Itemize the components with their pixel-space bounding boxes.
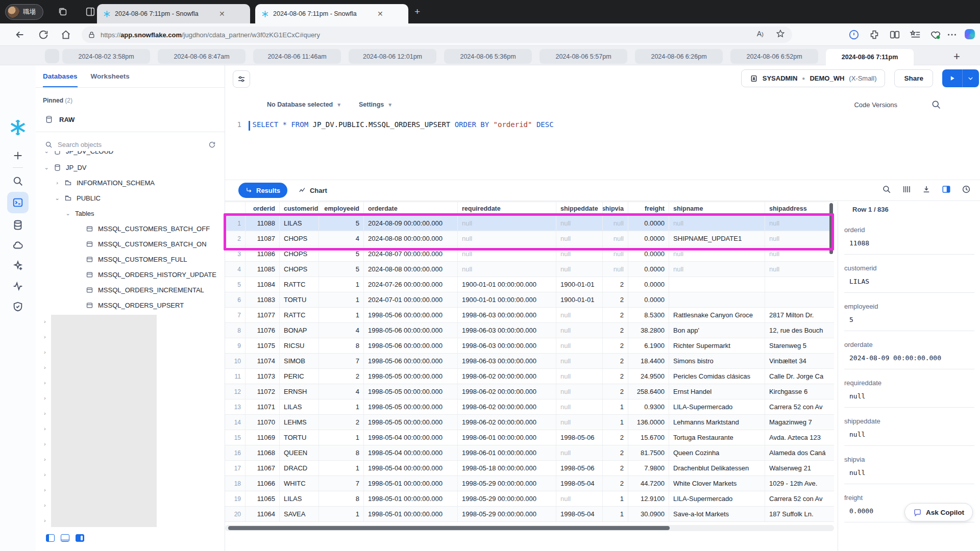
grid-horizontal-scrollbar[interactable] bbox=[225, 525, 834, 531]
column-header-orderdate[interactable]: orderdate bbox=[364, 202, 458, 215]
sql-editor-line[interactable]: 1 SELECT * FROM JP_DV.PUBLIC.MSSQL_ORDER… bbox=[225, 120, 980, 133]
column-header-employeeid[interactable]: employeeid bbox=[319, 202, 364, 215]
tab-worksheets[interactable]: Worksheets bbox=[91, 72, 130, 88]
address-bar[interactable]: https://app.snowflake.com/jugdhon/cdata_… bbox=[82, 27, 792, 43]
chevron-open-icon[interactable]: ⌄ bbox=[44, 164, 49, 171]
copilot-icon[interactable] bbox=[965, 29, 976, 40]
table-row[interactable]: 1311071LILAS11998-05-05 00:00:00.0001998… bbox=[225, 399, 834, 415]
pinned-item-raw[interactable]: RAW bbox=[36, 110, 225, 129]
worksheets-nav-item[interactable] bbox=[7, 192, 29, 213]
browser-tab[interactable]: 2024-08-06 7:11pm - Snowfla ✕ bbox=[255, 4, 408, 23]
table-row[interactable]: 1911065LILAS81998-05-01 00:00:00.0001998… bbox=[225, 491, 834, 507]
home-icon[interactable] bbox=[60, 29, 71, 40]
browser-menu-icon[interactable] bbox=[946, 29, 958, 40]
new-worksheet-button[interactable]: + bbox=[953, 50, 960, 63]
chevron-closed-icon[interactable]: › bbox=[44, 364, 46, 370]
chevron-open-icon[interactable]: ⌄ bbox=[44, 151, 49, 155]
table-row[interactable]: 111088LILAS52024-08-09 00:00:00.000nulln… bbox=[225, 216, 834, 231]
share-button[interactable]: Share bbox=[894, 69, 933, 87]
worksheet-tab[interactable]: 2024-08-06 6:26pm bbox=[635, 49, 723, 64]
column-header-customerid[interactable]: customerid bbox=[280, 202, 319, 215]
table-row[interactable]: 911075RICSU81998-05-06 00:00:00.0001998-… bbox=[225, 338, 834, 354]
browser-essentials-icon[interactable] bbox=[930, 29, 941, 40]
tree-item-mssql_orders_history_update[interactable]: MSSQL_ORDERS_HISTORY_UPDATE bbox=[36, 267, 225, 282]
chevron-closed-icon[interactable]: › bbox=[44, 517, 46, 523]
clipped-tree-item[interactable]: ⌄JP_DV_CLOUD bbox=[36, 151, 225, 158]
refresh-objects-icon[interactable] bbox=[208, 141, 216, 148]
tab-databases[interactable]: Databases bbox=[43, 72, 78, 88]
chevron-closed-icon[interactable]: › bbox=[44, 425, 46, 432]
table-row[interactable]: 711077RATTC11998-05-06 00:00:00.0001998-… bbox=[225, 308, 834, 323]
chart-tab[interactable]: Chart bbox=[299, 187, 327, 194]
chevron-closed-icon[interactable]: › bbox=[44, 441, 46, 447]
data-nav-icon[interactable] bbox=[12, 219, 23, 231]
table-row[interactable]: 611083TORTU12024-07-01 00:00:00.0001900-… bbox=[225, 292, 834, 308]
snowflake-logo[interactable] bbox=[9, 118, 27, 137]
chevron-open-icon[interactable]: ⌄ bbox=[55, 195, 60, 202]
marketplace-nav-icon[interactable] bbox=[12, 260, 23, 271]
browser-profile-chip[interactable]: 職場 bbox=[5, 4, 43, 20]
extensions-icon[interactable] bbox=[869, 29, 880, 40]
workspaces-icon[interactable] bbox=[85, 6, 96, 17]
chevron-closed-icon[interactable]: › bbox=[44, 395, 46, 401]
password-manager-icon[interactable] bbox=[848, 29, 860, 40]
table-row[interactable]: 1011074SIMOB71998-05-06 00:00:00.0001998… bbox=[225, 354, 834, 369]
column-header-shipvia[interactable]: shipvia bbox=[603, 202, 628, 215]
split-panel-icon[interactable] bbox=[942, 185, 951, 194]
worksheet-tab[interactable]: 2024-08-06 11:46am bbox=[253, 49, 341, 64]
table-row[interactable]: 1511069TORTU11998-05-04 00:00:00.0001998… bbox=[225, 430, 834, 445]
read-aloud-icon[interactable]: A) bbox=[757, 30, 764, 38]
back-icon[interactable] bbox=[14, 29, 26, 40]
editor-search-icon[interactable] bbox=[931, 99, 941, 110]
tree-item-jp_dv[interactable]: ⌄JP_DV bbox=[36, 160, 225, 175]
cloud-nav-icon[interactable] bbox=[12, 240, 23, 251]
columns-icon[interactable] bbox=[902, 185, 911, 194]
chevron-closed-icon[interactable]: › bbox=[44, 334, 46, 340]
run-play-icon[interactable] bbox=[942, 69, 963, 87]
collections-icon[interactable] bbox=[910, 29, 921, 40]
chevron-closed-icon[interactable]: › bbox=[44, 410, 46, 416]
code-versions-link[interactable]: Code Versions bbox=[854, 101, 897, 109]
chevron-closed-icon[interactable]: › bbox=[44, 487, 46, 493]
table-row[interactable]: 311086CHOPS52024-08-07 00:00:00.000nulln… bbox=[225, 246, 834, 262]
column-header-shipaddress[interactable]: shipaddress bbox=[765, 202, 834, 215]
table-row[interactable]: 1211072ERNSH41998-05-05 00:00:00.0001998… bbox=[225, 384, 834, 399]
worksheet-tab[interactable]: 2024-08-02 3:58pm bbox=[62, 49, 150, 64]
worksheet-settings-button[interactable] bbox=[233, 70, 250, 88]
worksheet-tab-stub[interactable] bbox=[45, 49, 59, 63]
column-header-rownum[interactable] bbox=[225, 202, 246, 215]
tree-item-mssql_customers_batch_on[interactable]: MSSQL_CUSTOMERS_BATCH_ON bbox=[36, 236, 225, 252]
database-selector[interactable]: No Database selected▼ bbox=[267, 101, 341, 108]
new-browser-tab-button[interactable]: + bbox=[414, 7, 420, 16]
layout-left-panel-icon[interactable] bbox=[46, 534, 55, 542]
tab-group-icon[interactable] bbox=[57, 6, 68, 17]
column-header-orderid[interactable]: orderid bbox=[246, 202, 280, 215]
tree-item-tables[interactable]: ⌄Tables bbox=[36, 206, 225, 221]
search-nav-icon[interactable] bbox=[12, 176, 23, 187]
grid-vertical-scrollbar[interactable] bbox=[829, 203, 833, 254]
chevron-closed-icon[interactable]: › bbox=[44, 456, 46, 462]
run-options-chevron-icon[interactable] bbox=[963, 69, 978, 87]
column-header-shipname[interactable]: shipname bbox=[669, 202, 765, 215]
table-row[interactable]: 1611068QUEEN81998-05-04 00:00:00.0001998… bbox=[225, 445, 834, 461]
table-row[interactable]: 2011064SAVEA11998-05-01 00:00:00.0001998… bbox=[225, 507, 834, 522]
worksheet-tab[interactable]: 2024-08-06 7:11pm bbox=[826, 49, 914, 65]
table-row[interactable]: 1411070LEHMS21998-05-05 00:00:00.0001998… bbox=[225, 415, 834, 430]
table-row[interactable]: 1111073PERIC21998-05-05 00:00:00.0001998… bbox=[225, 369, 834, 384]
browser-tab[interactable]: 2024-08-06 7:11pm - Snowfla ✕ bbox=[97, 4, 250, 23]
layout-bottom-panel-icon[interactable] bbox=[61, 534, 69, 542]
worksheet-tab[interactable]: 2024-08-06 5:36pm bbox=[444, 49, 532, 64]
column-header-requireddate[interactable]: requireddate bbox=[458, 202, 556, 215]
table-row[interactable]: 211087CHOPS42024-08-08 00:00:00.000nulln… bbox=[225, 231, 834, 246]
search-results-icon[interactable] bbox=[882, 185, 891, 194]
activity-nav-icon[interactable] bbox=[12, 281, 23, 292]
tree-item-public[interactable]: ⌄PUBLIC bbox=[36, 190, 225, 206]
tree-item-jp_dv_cloud[interactable]: ⌄JP_DV_CLOUD bbox=[36, 151, 225, 158]
worksheet-tab[interactable]: 2024-08-06 6:52pm bbox=[730, 49, 818, 64]
ask-copilot-button[interactable]: Ask Copilot bbox=[904, 503, 973, 521]
governance-nav-icon[interactable] bbox=[12, 301, 23, 312]
table-row[interactable]: 411085CHOPS52024-08-08 00:00:00.000nulln… bbox=[225, 262, 834, 277]
tree-item-mssql_orders_incremental[interactable]: MSSQL_ORDERS_INCREMENTAL bbox=[36, 282, 225, 297]
settings-dropdown[interactable]: Settings▼ bbox=[359, 101, 393, 108]
tree-item-information_schema[interactable]: ›INFORMATION_SCHEMA bbox=[36, 175, 225, 190]
